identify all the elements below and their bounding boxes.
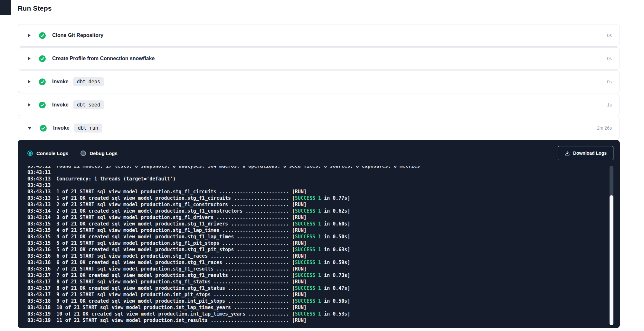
log-line: 03:43:16 7 of 21 START sql view model pr… (27, 266, 613, 272)
run-step-row[interactable]: Invokedbt deps0s (18, 70, 620, 93)
step-label: Create Profile from Connection snowflake (52, 56, 155, 61)
log-line: 03:43:14 2 of 21 OK created sql view mod… (27, 208, 613, 214)
console-logs-radio[interactable]: Console Logs (27, 151, 68, 156)
step-command-chip: dbt deps (73, 77, 104, 86)
caret-right-icon[interactable] (28, 57, 31, 60)
log-output: 03:43:11 Found 21 models, 17 tests, 0 sn… (27, 166, 613, 326)
log-line: 03:43:14 3 of 21 START sql view model pr… (27, 214, 613, 221)
run-steps-page: Run Steps Clone Git Repository0sCreate P… (18, 0, 620, 330)
caret-down-icon[interactable] (28, 127, 32, 130)
success-check-icon (40, 125, 47, 132)
log-scrollbar-thumb[interactable] (610, 195, 613, 325)
console-logs-label: Console Logs (36, 151, 68, 156)
next-step-card-edge (18, 330, 620, 330)
log-line: 03:43:13 2 of 21 START sql view model pr… (27, 201, 613, 208)
step-command-chip: dbt seed (73, 100, 104, 109)
log-line: 03:43:15 4 of 21 START sql view model pr… (27, 227, 613, 234)
step-label: Clone Git Repository (52, 32, 103, 38)
run-step-row[interactable]: Clone Git Repository0s (18, 24, 620, 47)
sidebar-edge (0, 0, 11, 15)
log-line: 03:43:15 3 of 21 OK created sql view mod… (27, 221, 613, 227)
page-title: Run Steps (18, 5, 620, 12)
run-step-row[interactable]: Invokedbt seed1s (18, 94, 620, 116)
log-line: 03:43:13 1 of 21 START sql view model pr… (27, 188, 613, 195)
download-logs-button[interactable]: Download Logs (558, 146, 613, 160)
log-lines: 03:43:11 Found 21 models, 17 tests, 0 sn… (27, 166, 613, 324)
log-line: 03:43:18 9 of 21 OK created sql view mod… (27, 298, 613, 304)
step-label: Invoke (52, 79, 69, 85)
log-line: 03:43:13 (27, 182, 613, 188)
step-label: Invoke (53, 125, 70, 131)
log-line: 03:43:15 5 of 21 START sql view model pr… (27, 240, 613, 246)
log-line: 03:43:13 Concurrency: 1 threads (target=… (27, 176, 613, 182)
log-line: 03:43:16 6 of 21 START sql view model pr… (27, 253, 613, 259)
log-line: 03:43:11 (27, 169, 613, 176)
step-label: Invoke (52, 102, 69, 108)
radio-unselected-icon (80, 151, 86, 156)
log-line: 03:43:19 11 of 21 START sql view model p… (27, 317, 613, 324)
download-logs-label: Download Logs (573, 151, 607, 156)
caret-right-icon[interactable] (28, 80, 31, 84)
log-line: 03:43:16 5 of 21 OK created sql view mod… (27, 246, 613, 253)
log-line: 03:43:17 8 of 21 START sql view model pr… (27, 279, 613, 285)
log-line: 03:43:16 6 of 21 OK created sql view mod… (27, 259, 613, 266)
log-line: 03:43:19 10 of 21 OK created sql view mo… (27, 311, 613, 317)
debug-logs-radio[interactable]: Debug Logs (80, 151, 118, 156)
console-header: Console Logs Debug Logs Download Logs (18, 140, 620, 164)
step-command-chip: dbt run (74, 124, 102, 133)
step-duration: 0s (607, 79, 612, 84)
debug-logs-label: Debug Logs (90, 151, 118, 156)
log-line: 03:43:18 10 of 21 START sql view model p… (27, 304, 613, 311)
step-duration: 2m 26s (597, 125, 612, 131)
success-check-icon (39, 55, 46, 62)
step-duration: 1s (607, 102, 612, 107)
log-line: 03:43:13 1 of 21 OK created sql view mod… (27, 195, 613, 201)
download-icon (564, 151, 570, 156)
log-line: 03:43:17 9 of 21 START sql view model pr… (27, 291, 613, 298)
caret-right-icon[interactable] (28, 33, 31, 37)
success-check-icon (39, 102, 46, 108)
step-duration: 0s (607, 33, 612, 38)
success-check-icon (39, 78, 46, 85)
caret-right-icon[interactable] (28, 103, 31, 107)
run-step-row[interactable]: Create Profile from Connection snowflake… (18, 47, 620, 70)
run-steps-list: Clone Git Repository0sCreate Profile fro… (18, 24, 620, 139)
log-line: 03:43:17 7 of 21 OK created sql view mod… (27, 272, 613, 279)
success-check-icon (39, 32, 46, 39)
console-panel: Console Logs Debug Logs Download Logs 03… (18, 140, 620, 328)
log-line: 03:43:11 Found 21 models, 17 tests, 0 sn… (27, 166, 613, 169)
step-duration: 0s (607, 56, 612, 61)
log-line: 03:43:17 8 of 21 OK created sql view mod… (27, 285, 613, 291)
run-step-row[interactable]: Invokedbt run2m 26s (18, 117, 620, 139)
radio-selected-icon (27, 151, 33, 156)
log-line: 03:43:15 4 of 21 OK created sql view mod… (27, 234, 613, 240)
